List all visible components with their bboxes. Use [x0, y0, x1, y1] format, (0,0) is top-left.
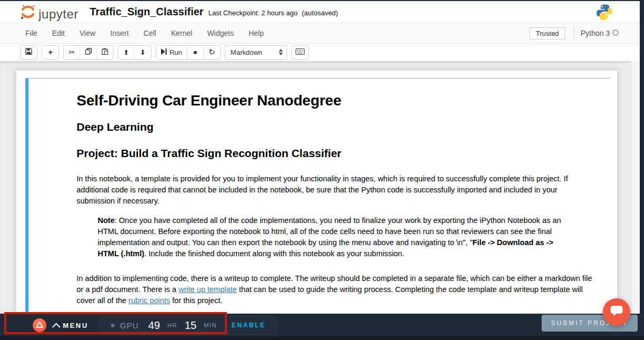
arrow-down-icon: ⬇ — [140, 48, 146, 56]
jupyter-logo-text: jupyter — [39, 6, 79, 22]
note-text-2: . Include the finished document along wi… — [144, 249, 404, 258]
gpu-minutes-value: 15 — [185, 319, 196, 332]
menubar-divider — [574, 26, 574, 40]
writeup-text-3: for this project. — [170, 296, 222, 305]
cell-type-select[interactable]: Markdown — [225, 45, 287, 60]
footer-bottom-edge — [0, 336, 644, 340]
menu-toggle-button[interactable]: MENU — [53, 322, 88, 329]
window-right-edge — [640, 0, 644, 340]
scrollbar-track[interactable] — [631, 61, 640, 314]
jupyter-logo-icon — [20, 4, 36, 22]
markdown-cell-selected[interactable]: Self-Driving Car Engineer Nanodegree Dee… — [25, 78, 610, 314]
menu-widgets[interactable]: Widgets — [200, 29, 241, 37]
move-cell-down-button[interactable]: ⬇ — [135, 46, 151, 59]
gpu-minutes-unit: MIN — [204, 322, 217, 328]
kernel-name: Python 3 — [581, 29, 610, 37]
restart-icon: ↻ — [209, 47, 215, 57]
markdown-cell-content: Self-Driving Car Engineer Nanodegree Dee… — [25, 79, 610, 314]
add-cell-button[interactable]: + — [42, 46, 59, 59]
restart-kernel-button[interactable]: ↻ — [204, 46, 220, 59]
enable-gpu-button[interactable]: ENABLE — [232, 322, 266, 329]
save-icon — [25, 48, 32, 56]
notebook-title[interactable]: Traffic_Sign_Classifier — [90, 6, 204, 18]
chat-button[interactable] — [603, 298, 630, 326]
save-button[interactable] — [21, 46, 37, 59]
stop-icon: ■ — [194, 49, 197, 55]
notebook-page: Self-Driving Car Engineer Nanodegree Dee… — [16, 70, 618, 314]
copy-icon — [85, 48, 92, 56]
trusted-badge[interactable]: Trusted — [529, 27, 565, 40]
chevron-up-icon — [52, 323, 61, 331]
udacity-logo-button[interactable] — [33, 318, 46, 332]
menu-view[interactable]: View — [72, 29, 103, 37]
interrupt-kernel-button[interactable]: ■ — [187, 46, 204, 59]
notebook-header: jupyter Traffic_Sign_Classifier Last Che… — [0, 1, 640, 23]
cut-cell-button[interactable]: ✂ — [64, 46, 80, 59]
rubric-points-link[interactable]: rubric points — [128, 296, 170, 305]
menubar: File Edit View Insert Cell Kernel Widget… — [0, 23, 640, 44]
udacity-logo-icon — [36, 320, 43, 330]
menu-help[interactable]: Help — [241, 29, 271, 37]
menu-kernel[interactable]: Kernel — [164, 29, 200, 37]
menu-cell[interactable]: Cell — [136, 29, 164, 37]
gpu-hours-value: 49 — [148, 319, 160, 332]
gpu-label: GPU — [120, 321, 139, 330]
copy-cell-button[interactable] — [80, 46, 97, 59]
doc-subtitle: Deep Learning — [77, 121, 596, 133]
menu-edit[interactable]: Edit — [45, 29, 72, 37]
doc-title: Self-Driving Car Engineer Nanodegree — [77, 92, 596, 109]
menu-file[interactable]: File — [18, 29, 45, 37]
writeup-template-link[interactable]: write up template — [178, 285, 236, 294]
gpu-hours-unit: HR — [167, 322, 177, 328]
paste-cell-button[interactable] — [97, 46, 113, 59]
chat-bubble-icon — [610, 305, 623, 319]
checkpoint-status: Last Checkpoint: 2 hours ago — [209, 9, 298, 17]
jupyter-app: jupyter Traffic_Sign_Classifier Last Che… — [0, 1, 640, 314]
note-label: Note — [98, 216, 115, 225]
window-top-edge — [0, 0, 644, 1]
paste-icon — [101, 48, 108, 56]
menu-insert[interactable]: Insert — [103, 29, 136, 37]
plus-icon: + — [48, 48, 52, 56]
move-cell-up-button[interactable]: ⬆ — [118, 46, 135, 59]
notebook-scroll-area[interactable]: Self-Driving Car Engineer Nanodegree Dee… — [0, 61, 640, 314]
toolbar: + ✂ ⬆ ⬇ Run — [0, 44, 640, 61]
scissors-icon: ✂ — [69, 48, 75, 56]
workspace-footer: MENU GPU 49 HR 15 MIN ENABLE SUBMIT PROJ… — [0, 314, 644, 340]
command-palette-button[interactable] — [292, 46, 308, 59]
note-blockquote: Note: Once you have completed all of the… — [98, 215, 575, 259]
cell-type-value: Markdown — [231, 48, 262, 56]
jupyter-logo[interactable]: jupyter — [20, 4, 79, 22]
kernel-status-icon — [612, 30, 619, 36]
selected-cell-indicator — [25, 79, 29, 314]
autosave-status: (autosaved) — [302, 9, 338, 17]
run-icon — [161, 48, 167, 56]
project-heading: Project: Build a Traffic Sign Recognitio… — [77, 147, 596, 160]
writeup-paragraph: In addition to implementing code, there … — [77, 273, 596, 306]
run-label: Run — [169, 48, 182, 56]
python-logo-icon — [595, 3, 613, 23]
select-arrows-icon — [279, 49, 283, 55]
intro-paragraph: In this notebook, a template is provided… — [77, 173, 596, 207]
gpu-status-dot-icon — [111, 324, 115, 327]
arrow-up-icon: ⬆ — [124, 48, 129, 56]
run-cell-button[interactable]: Run — [156, 46, 187, 59]
menu-label: MENU — [63, 322, 88, 329]
gpu-time-panel: GPU 49 HR 15 MIN ENABLE — [100, 316, 277, 335]
keyboard-icon — [296, 48, 305, 56]
